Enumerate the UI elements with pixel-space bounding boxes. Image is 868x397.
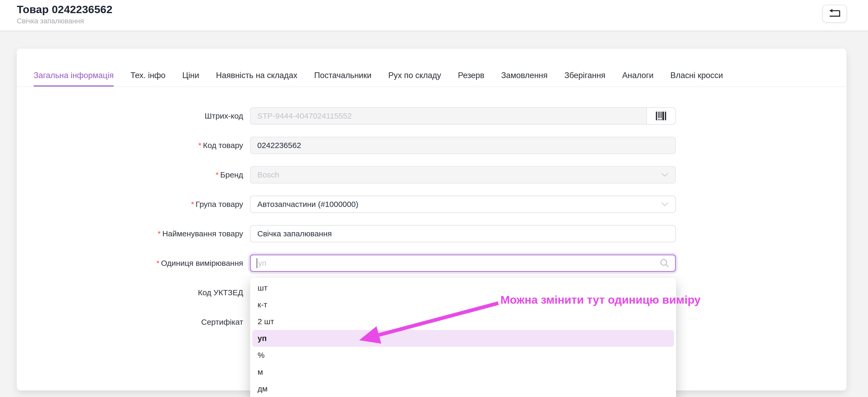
product-code-value: 0242236562	[257, 141, 301, 150]
tab-storage[interactable]: Зберігання	[564, 71, 605, 86]
barcode-input: STP-9444-4047024115552	[250, 107, 646, 124]
required-asterisk: *	[216, 170, 219, 179]
dropdown-option-m[interactable]: м	[250, 364, 676, 380]
form-row-product-code: *Код товару 0242236562	[17, 131, 846, 160]
brand-value: Bosch	[257, 170, 279, 179]
page-header: Товар 0242236562 Свічка запалювання	[0, 0, 868, 30]
dropdown-option-percent[interactable]: %	[250, 347, 676, 364]
page-title: Товар 0242236562	[17, 3, 112, 16]
tab-orders[interactable]: Замовлення	[501, 71, 548, 86]
chevron-down-icon	[661, 173, 669, 177]
barcode-label: Штрих-код	[34, 111, 250, 120]
dropdown-option-up-selected[interactable]: уп	[252, 330, 674, 347]
unit-label: *Одиниця вимірювання	[34, 259, 250, 268]
form-row-unit: *Одиниця вимірювання уп	[17, 249, 846, 278]
required-asterisk: *	[198, 141, 202, 150]
required-asterisk: *	[158, 229, 161, 238]
dropdown-option-2sht[interactable]: 2 шт	[250, 313, 676, 330]
tab-reserve[interactable]: Резерв	[458, 71, 485, 86]
form-row-name: *Найменування товару Свічка запалювання	[17, 219, 846, 249]
certificate-label: Сертифікат	[34, 318, 250, 327]
group-value: Автозапчастини (#1000000)	[257, 200, 359, 209]
required-asterisk: *	[156, 259, 159, 267]
uktzed-label: Код УКТЗЕД	[34, 288, 250, 297]
form-row-barcode: Штрих-код STP-9444-4047024115552	[17, 101, 846, 131]
chevron-down-icon	[661, 202, 669, 206]
return-icon	[829, 9, 841, 19]
barcode-value: STP-9444-4047024115552	[257, 111, 352, 120]
product-code-label: *Код товару	[34, 141, 250, 150]
name-input[interactable]: Свічка запалювання	[250, 225, 676, 243]
tab-warehouse-movement[interactable]: Рух по складу	[388, 71, 441, 86]
page: Товар 0242236562 Свічка запалювання Зага…	[0, 0, 868, 397]
tab-tech-info[interactable]: Тех. інфо	[130, 71, 165, 86]
search-icon	[660, 258, 669, 268]
barcode-scan-button[interactable]	[646, 107, 676, 124]
tab-stock-availability[interactable]: Наявність на складах	[216, 71, 298, 86]
name-value: Свічка запалювання	[257, 229, 332, 238]
header-text: Товар 0242236562 Свічка запалювання	[17, 3, 112, 25]
tab-suppliers[interactable]: Постачальники	[314, 71, 371, 86]
page-subtitle: Свічка запалювання	[17, 17, 112, 25]
return-button[interactable]	[822, 5, 847, 23]
tab-own-crosses[interactable]: Власні кросси	[670, 71, 723, 86]
tab-bar: Загальна інформація Тех. інфо Ціни Наявн…	[17, 49, 846, 86]
dropdown-option-dm[interactable]: дм	[250, 380, 676, 397]
group-label: *Група товару	[34, 200, 250, 209]
unit-placeholder: уп	[258, 259, 266, 268]
tab-analogs[interactable]: Аналоги	[622, 71, 653, 86]
brand-label: *Бренд	[34, 170, 250, 179]
product-code-input: 0242236562	[250, 137, 676, 154]
text-cursor	[256, 258, 257, 268]
annotation-text: Можна змінити тут одиницю виміру	[500, 293, 701, 306]
tab-general-info[interactable]: Загальна інформація	[34, 71, 114, 86]
brand-select: Bosch	[250, 166, 676, 183]
required-asterisk: *	[191, 200, 194, 208]
unit-select[interactable]: уп	[250, 255, 676, 272]
barcode-icon	[656, 111, 666, 120]
form-row-group: *Група товару Автозапчастини (#1000000)	[17, 190, 846, 219]
group-select[interactable]: Автозапчастини (#1000000)	[250, 196, 676, 213]
tab-prices[interactable]: Ціни	[182, 71, 199, 86]
barcode-group: STP-9444-4047024115552	[250, 107, 676, 124]
form-row-brand: *Бренд Bosch	[17, 160, 846, 190]
tab-divider	[17, 86, 846, 87]
name-label: *Найменування товару	[34, 229, 250, 238]
